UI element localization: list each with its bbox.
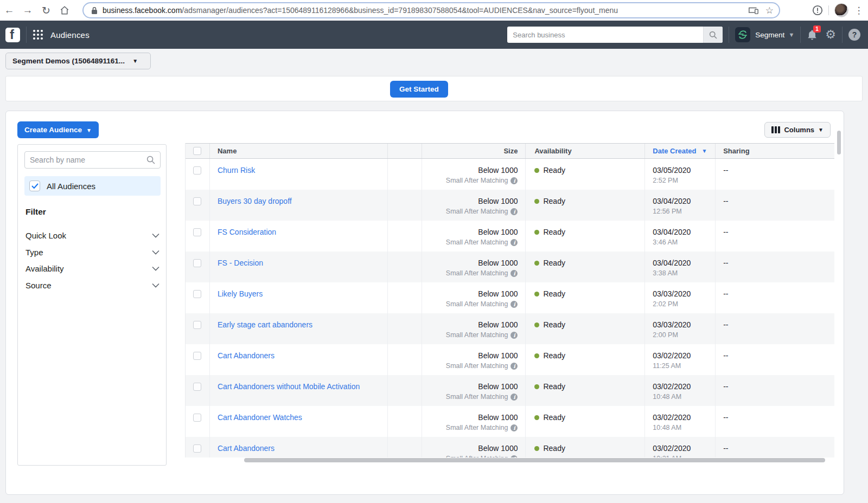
filter-quick-look[interactable]: Quick Look [25, 227, 159, 243]
spacer-cell [388, 221, 422, 252]
audience-name-link[interactable]: Early stage cart abandoners [218, 320, 312, 329]
divider [26, 27, 27, 43]
size-value: Below 1000 [430, 382, 518, 391]
business-search-input[interactable] [507, 31, 703, 39]
audience-name-link[interactable]: Churn Risk [218, 166, 255, 175]
filter-source[interactable]: Source [25, 277, 159, 293]
availability-cell: Ready [526, 406, 645, 437]
all-audiences-toggle[interactable]: All Audiences [24, 176, 161, 196]
chevron-down-icon [152, 266, 159, 271]
availability-value: Ready [543, 382, 565, 391]
date-value: 03/02/2020 [653, 413, 707, 422]
notifications-bell-icon[interactable]: 1 [807, 29, 818, 41]
column-header-name[interactable]: Name [210, 144, 388, 158]
select-all-checkbox[interactable] [193, 147, 201, 155]
filter-type[interactable]: Type [25, 244, 159, 260]
size-note: Small After Matching [446, 300, 508, 308]
date-value: 03/04/2020 [653, 197, 707, 205]
info-icon[interactable]: i [510, 332, 518, 339]
info-icon[interactable]: i [510, 455, 518, 458]
info-icon[interactable]: i [510, 239, 518, 246]
send-to-device-icon[interactable] [748, 6, 759, 15]
refresh-icon[interactable]: ↻ [37, 4, 55, 17]
facebook-logo[interactable]: f [5, 28, 20, 42]
browser-profile-avatar[interactable] [834, 3, 848, 17]
audience-name-link[interactable]: Likely Buyers [218, 289, 263, 298]
column-header-date-created[interactable]: Date Created ▼ [645, 144, 716, 158]
create-audience-label: Create Audience [24, 126, 82, 134]
info-icon[interactable]: i [510, 394, 518, 401]
browser-menu-icon[interactable]: ⋮ [854, 5, 864, 16]
info-icon[interactable]: i [510, 424, 518, 431]
apps-grid-icon[interactable] [33, 29, 43, 40]
row-checkbox[interactable] [193, 228, 201, 236]
filter-availability[interactable]: Availability [25, 260, 159, 276]
row-checkbox[interactable] [193, 290, 201, 298]
search-icon[interactable] [703, 27, 723, 43]
audience-name-link[interactable]: Cart Abandoners [218, 444, 275, 453]
size-note: Small After Matching [446, 424, 508, 431]
audience-name-search[interactable] [24, 151, 161, 169]
audience-name-link[interactable]: Buyers 30 day dropoff [218, 197, 292, 205]
spacer-cell [388, 437, 422, 457]
back-icon[interactable]: ← [0, 4, 18, 16]
ad-account-selector[interactable]: Segment Demos (15064891161... ▼ [5, 53, 151, 69]
columns-button[interactable]: Columns ▼ [764, 122, 831, 138]
info-icon[interactable]: i [510, 270, 518, 277]
help-icon[interactable]: ? [848, 29, 860, 41]
horizontal-scrollbar-thumb[interactable] [244, 458, 825, 462]
audience-name-link[interactable]: FS Consideration [218, 228, 276, 236]
chevron-down-icon[interactable]: ▼ [788, 31, 794, 38]
checkbox-checked-icon[interactable] [29, 180, 40, 191]
status-dot-icon [534, 353, 539, 358]
column-header-size[interactable]: Size [422, 144, 526, 158]
date-created-cell: 03/02/2020 11:25 AM [645, 344, 716, 375]
info-icon[interactable]: i [510, 301, 518, 308]
info-icon[interactable]: i [510, 363, 518, 370]
audience-name-link[interactable]: Cart Abandoner Watches [218, 413, 302, 422]
vertical-scrollbar-thumb[interactable] [837, 131, 841, 154]
status-dot-icon [534, 446, 539, 451]
row-checkbox[interactable] [193, 259, 201, 267]
audience-name-link[interactable]: FS - Decision [218, 259, 263, 267]
size-note: Small After Matching [446, 393, 508, 401]
audience-name-link[interactable]: Cart Abandoners without Mobile Activatio… [218, 382, 360, 391]
info-icon[interactable]: i [510, 177, 518, 184]
row-checkbox[interactable] [193, 414, 201, 422]
audience-name-link[interactable]: Cart Abandoners [218, 351, 275, 360]
table-row: Cart Abandoners Below 1000 Small After M… [186, 344, 834, 375]
column-header-availability[interactable]: Availability [526, 144, 645, 158]
size-note: Small After Matching [446, 455, 508, 457]
forward-icon[interactable]: → [18, 4, 37, 16]
availability-cell: Ready [526, 282, 645, 313]
home-icon[interactable] [55, 5, 74, 15]
row-checkbox[interactable] [193, 352, 201, 360]
bookmark-star-icon[interactable]: ☆ [765, 5, 774, 16]
address-bar[interactable]: business.facebook.com/adsmanager/audienc… [82, 2, 780, 18]
size-cell: Below 1000 Small After Matching i [422, 190, 526, 221]
settings-gear-icon[interactable]: ⚙ [825, 29, 836, 41]
business-name[interactable]: Segment [755, 31, 784, 39]
table-row: Churn Risk Below 1000 Small After Matchi… [186, 159, 834, 190]
segment-logo[interactable] [735, 27, 750, 42]
get-started-button[interactable]: Get Started [390, 81, 448, 98]
row-checkbox[interactable] [193, 197, 201, 205]
info-icon[interactable]: i [510, 208, 518, 215]
size-cell: Below 1000 Small After Matching i [422, 375, 526, 406]
row-checkbox[interactable] [193, 444, 201, 453]
row-checkbox[interactable] [193, 166, 201, 175]
table-row: FS - Decision Below 1000 Small After Mat… [186, 252, 834, 282]
table-row: Cart Abandoners without Mobile Activatio… [186, 375, 834, 406]
extension-info-icon[interactable] [812, 5, 823, 16]
divider [828, 5, 829, 15]
row-checkbox[interactable] [193, 321, 201, 329]
name-search-input[interactable] [30, 156, 146, 164]
column-header-sharing[interactable]: Sharing [716, 144, 834, 158]
create-audience-button[interactable]: Create Audience▼ [17, 121, 99, 138]
availability-value: Ready [543, 197, 565, 205]
sharing-cell: -- [716, 221, 834, 252]
date-created-cell: 03/02/2020 10:21 AM [645, 437, 716, 457]
business-search[interactable] [507, 27, 723, 43]
availability-value: Ready [543, 413, 565, 422]
row-checkbox[interactable] [193, 383, 201, 391]
